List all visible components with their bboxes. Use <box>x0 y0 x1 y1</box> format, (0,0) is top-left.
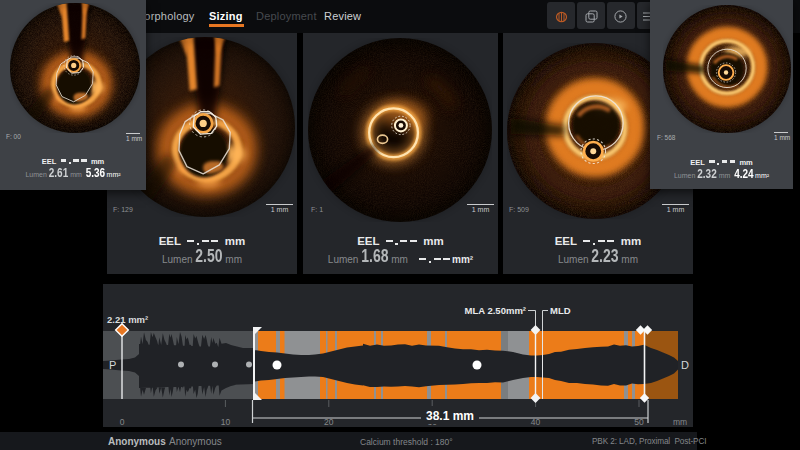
svg-text:D: D <box>681 359 689 371</box>
svg-text:0: 0 <box>120 417 125 427</box>
svg-text:MLA 2.50mm²: MLA 2.50mm² <box>465 305 526 316</box>
svg-text:MLD: MLD <box>550 305 571 316</box>
svg-text:38.1 mm: 38.1 mm <box>426 409 474 423</box>
svg-text:P: P <box>109 359 116 371</box>
svg-text:mm: mm <box>673 417 687 427</box>
svg-text:2.21 mm²: 2.21 mm² <box>107 314 148 325</box>
svg-text:10: 10 <box>221 417 231 427</box>
